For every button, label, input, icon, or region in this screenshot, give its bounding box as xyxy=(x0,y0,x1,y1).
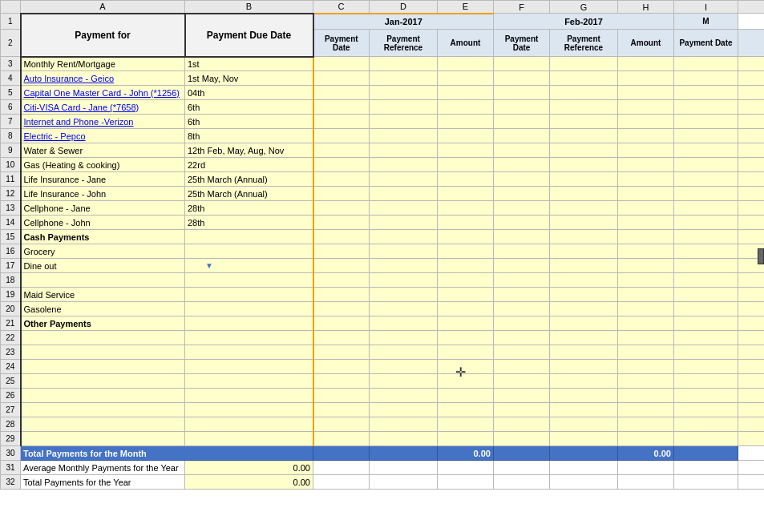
cell-data-17-0[interactable] xyxy=(313,259,370,273)
cell-data-4-1[interactable] xyxy=(370,71,438,86)
cell-data-6-7[interactable] xyxy=(738,100,765,115)
cell-data-8-2[interactable] xyxy=(438,129,494,143)
cell-data-22-2[interactable] xyxy=(438,331,494,345)
cell-data-26-6[interactable] xyxy=(674,389,738,403)
cell-data-7-0[interactable] xyxy=(313,115,370,129)
cell-due-date-28[interactable] xyxy=(185,417,313,432)
cell-data-20-3[interactable] xyxy=(494,302,550,316)
cell-data-5-1[interactable] xyxy=(370,86,438,100)
cell-data-28-2[interactable] xyxy=(438,417,494,432)
cell-due-date-9[interactable]: 12th Feb, May, Aug, Nov xyxy=(185,143,313,158)
cell-data-14-0[interactable] xyxy=(313,216,370,230)
cell-data-22-3[interactable] xyxy=(494,331,550,345)
cell-data-15-7[interactable] xyxy=(738,230,765,244)
cell-data-4-4[interactable] xyxy=(550,71,618,86)
cell-data-26-1[interactable] xyxy=(370,389,438,403)
cell-due-date-19[interactable] xyxy=(185,288,313,302)
cell-data-12-7[interactable] xyxy=(738,187,765,201)
cell-data-8-7[interactable] xyxy=(738,129,765,143)
cell-data-27-3[interactable] xyxy=(494,403,550,417)
cell-data-21-0[interactable] xyxy=(313,316,370,331)
cell-data-21-1[interactable] xyxy=(370,316,438,331)
col-header-b[interactable]: B xyxy=(185,1,313,14)
cell-data-5-0[interactable] xyxy=(313,86,370,100)
cell-data-3-7[interactable] xyxy=(738,57,765,71)
cell-data-17-1[interactable] xyxy=(370,259,438,273)
cell-data-14-3[interactable] xyxy=(494,216,550,230)
cell-data-10-0[interactable] xyxy=(313,158,370,172)
cell-data-22-1[interactable] xyxy=(370,331,438,345)
table-row[interactable]: 22 xyxy=(1,331,765,345)
cell-due-date-3[interactable]: 1st xyxy=(185,57,313,71)
cell-data-24-4[interactable] xyxy=(550,360,618,374)
cell-due-date-16[interactable] xyxy=(185,244,313,259)
cell-data-16-3[interactable] xyxy=(494,244,550,259)
table-row[interactable]: 26 xyxy=(1,389,765,403)
cell-data-22-6[interactable] xyxy=(674,331,738,345)
cell-data-4-2[interactable] xyxy=(438,71,494,86)
cell-data-16-6[interactable] xyxy=(674,244,738,259)
cell-data-24-0[interactable] xyxy=(313,360,370,374)
table-row[interactable]: 17 Dine out xyxy=(1,259,765,273)
cell-data-20-5[interactable] xyxy=(618,302,674,316)
cell-data-9-0[interactable] xyxy=(313,143,370,158)
cell-due-date-24[interactable] xyxy=(185,360,313,374)
table-row[interactable]: 9Water & Sewer12th Feb, May, Aug, Nov xyxy=(1,143,765,158)
cell-due-date-18[interactable] xyxy=(185,273,313,288)
cell-data-14-6[interactable] xyxy=(674,216,738,230)
table-row[interactable]: 5Capital One Master Card - John (*1256)0… xyxy=(1,86,765,100)
col-header-f[interactable]: F xyxy=(494,1,550,14)
cell-data-11-3[interactable] xyxy=(494,172,550,187)
cell-data-18-6[interactable] xyxy=(674,273,738,288)
cell-data-10-4[interactable] xyxy=(550,158,618,172)
cell-data-13-3[interactable] xyxy=(494,201,550,216)
cell-due-date-29[interactable] xyxy=(185,432,313,446)
cell-data-28-6[interactable] xyxy=(674,417,738,432)
table-row[interactable]: 24 xyxy=(1,360,765,374)
cell-data-3-4[interactable] xyxy=(550,57,618,71)
cell-data-24-1[interactable] xyxy=(370,360,438,374)
cell-due-date-14[interactable]: 28th xyxy=(185,216,313,230)
cell-data-19-6[interactable] xyxy=(674,288,738,302)
cell-data-27-7[interactable] xyxy=(738,403,765,417)
cell-data-26-2[interactable] xyxy=(438,389,494,403)
cell-data-21-2[interactable] xyxy=(438,316,494,331)
cell-data-23-1[interactable] xyxy=(370,345,438,360)
cell-data-23-4[interactable] xyxy=(550,345,618,360)
cell-data-19-7[interactable] xyxy=(738,288,765,302)
cell-data-7-5[interactable] xyxy=(618,115,674,129)
cell-data-13-7[interactable] xyxy=(738,201,765,216)
cell-data-5-3[interactable] xyxy=(494,86,550,100)
cell-data-25-2[interactable] xyxy=(438,374,494,389)
cell-data-11-4[interactable] xyxy=(550,172,618,187)
cell-due-date-11[interactable]: 25th March (Annual) xyxy=(185,172,313,187)
cell-data-15-5[interactable] xyxy=(618,230,674,244)
cell-data-11-7[interactable] xyxy=(738,172,765,187)
cell-due-date-7[interactable]: 6th xyxy=(185,115,313,129)
col-header-c[interactable]: C xyxy=(313,1,370,14)
cell-due-date-10[interactable]: 22rd xyxy=(185,158,313,172)
cell-payment-for-8[interactable]: Electric - Pepco xyxy=(21,129,185,143)
cell-due-date-25[interactable] xyxy=(185,374,313,389)
cell-data-18-4[interactable] xyxy=(550,273,618,288)
table-row[interactable]: 13Cellphone - Jane28th xyxy=(1,201,765,216)
cell-data-29-3[interactable] xyxy=(494,432,550,446)
cell-data-13-5[interactable] xyxy=(618,201,674,216)
table-row[interactable]: 21Other Payments xyxy=(1,316,765,331)
cell-data-5-5[interactable] xyxy=(618,86,674,100)
col-header-h[interactable]: H xyxy=(618,1,674,14)
cell-data-7-1[interactable] xyxy=(370,115,438,129)
cell-due-date-27[interactable] xyxy=(185,403,313,417)
cell-data-21-6[interactable] xyxy=(674,316,738,331)
cell-data-19-5[interactable] xyxy=(618,288,674,302)
cell-data-4-3[interactable] xyxy=(494,71,550,86)
cell-data-13-0[interactable] xyxy=(313,201,370,216)
cell-data-4-6[interactable] xyxy=(674,71,738,86)
cell-data-22-0[interactable] xyxy=(313,331,370,345)
cell-data-10-2[interactable] xyxy=(438,158,494,172)
cell-data-27-6[interactable] xyxy=(674,403,738,417)
table-row[interactable]: 4Auto Insurance - Geico1st May, Nov xyxy=(1,71,765,86)
cell-data-25-3[interactable] xyxy=(494,374,550,389)
cell-data-15-1[interactable] xyxy=(370,230,438,244)
cell-data-29-1[interactable] xyxy=(370,432,438,446)
